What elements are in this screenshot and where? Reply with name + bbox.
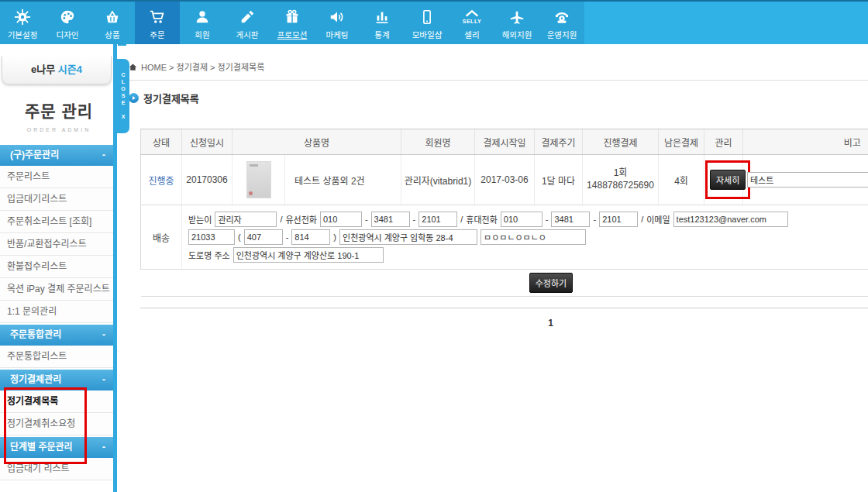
pagination-divider [140, 308, 868, 308]
subscription-table-wrap: 상태 신청일시 상품명 회원명 결제시작일 결제주기 진행결제 남은결제 관리 … [140, 129, 868, 297]
email-input[interactable] [673, 212, 788, 227]
col-product: 상품명 [232, 129, 401, 155]
nav-item-products[interactable]: 상품 [90, 2, 135, 46]
brand-panel: e나무 시즌4 [2, 56, 112, 84]
product-thumbnail [246, 161, 271, 198]
nav-item-selly[interactable]: SELLY 셀리 [450, 2, 494, 46]
zip-input[interactable] [188, 229, 235, 245]
shipping-details-cell: 받는이 / 유선전화 - - / 휴대전화 - - [182, 205, 868, 270]
progress-cell: 1회 1488786725690 [583, 155, 659, 205]
sidebar-section-order-integration[interactable]: 주문통합관리 - [0, 325, 113, 346]
sidebar-item-order-list[interactable]: 주문리스트 [0, 166, 113, 188]
mobile-input-1[interactable] [501, 212, 542, 227]
nav-label: 마케팅 [326, 29, 349, 40]
nav-item-basic-settings[interactable]: 기본설정 [0, 2, 45, 46]
address-input[interactable] [339, 229, 477, 245]
nav-item-promotion[interactable]: 프로모션 [270, 2, 315, 46]
separator: / [460, 215, 463, 224]
shipping-line-road-address: 도로명 주소 [188, 247, 868, 263]
landline-input-3[interactable] [418, 212, 457, 227]
receiver-input[interactable] [215, 212, 277, 227]
sidebar-item-auction-ipay-list[interactable]: 옥션 iPay 결제 주문리스트 [0, 278, 113, 301]
separator: - [286, 232, 289, 242]
page-title-row: 정기결제목록 [126, 91, 868, 105]
nav-item-overseas-support[interactable]: 해외지원 [494, 2, 539, 46]
nav-label: 기본설정 [8, 29, 38, 40]
landline-input-1[interactable] [320, 212, 362, 227]
col-manage: 관리 [704, 129, 743, 155]
col-note: 비고 [743, 129, 868, 155]
shipping-row-label: 배송 [141, 205, 182, 270]
mobile-label: 휴대전화 [466, 213, 497, 225]
col-start-date: 결제시작일 [475, 129, 535, 155]
email-label: 이메일 [646, 213, 670, 225]
nav-item-board[interactable]: 게시판 [225, 2, 270, 46]
section-header-label: 단계별 주문관리 [10, 437, 73, 458]
landline-input-2[interactable] [371, 212, 410, 227]
palette-icon [57, 8, 78, 26]
collapse-minus-icon[interactable]: - [102, 145, 105, 166]
mobile-input-2[interactable] [551, 212, 590, 227]
nav-item-members[interactable]: 회원 [180, 2, 225, 46]
road-address-input[interactable] [233, 247, 384, 263]
sidebar-section-subscription[interactable]: 정기결제관리 - [0, 370, 113, 391]
sidebar-item-order-cancel-list[interactable]: 주문취소리스트 [조회] [0, 211, 113, 233]
col-status: 상태 [141, 129, 182, 155]
sidebar-close-tab[interactable]: CLOSE X [117, 59, 129, 133]
nav-item-orders[interactable]: 주문 [135, 2, 180, 46]
sidebar-item-inquiry[interactable]: 1:1 문의관리 [0, 301, 113, 323]
nav-item-marketing[interactable]: 마케팅 [315, 2, 360, 46]
sidebar-section-old-order[interactable]: (구)주문관리 - [0, 145, 113, 166]
gift-icon [282, 8, 302, 26]
collapse-minus-icon[interactable]: - [102, 437, 105, 458]
nav-item-design[interactable]: 디자인 [45, 2, 90, 46]
separator: ( [238, 232, 241, 242]
separator: - [413, 215, 416, 224]
gear-icon [12, 8, 33, 26]
shipping-line-contact: 받는이 / 유선전화 - - / 휴대전화 - - [188, 212, 868, 227]
selly-caret-icon: SELLY [462, 8, 482, 26]
collapse-minus-icon[interactable]: - [102, 370, 105, 391]
breadcrumb-text: HOME > 정기결제 > 정기결제목록 [141, 60, 264, 73]
nav-item-mobile-shop[interactable]: 모바일샵 [405, 2, 450, 46]
sidebar-item-subscription-list[interactable]: 정기결제목록 [0, 391, 113, 413]
nav-label: 운영지원 [547, 29, 577, 40]
nav-item-operation-support[interactable]: 운영지원 [539, 2, 584, 46]
sidebar-item-subscription-cancel-request[interactable]: 정기결제취소요청 [0, 413, 113, 435]
nav-label: 셀리 [464, 29, 479, 40]
page-number-1[interactable]: 1 [548, 318, 553, 329]
action-row: 수정하기 [141, 270, 868, 297]
collapse-minus-icon[interactable]: - [102, 325, 105, 346]
nav-label: 프로모션 [277, 29, 308, 40]
module-title-block: 주문 관리 ORDER ADMIN [0, 84, 118, 143]
home-icon [129, 63, 137, 71]
mobile-input-3[interactable] [599, 212, 638, 227]
nav-item-statistics[interactable]: 통계 [360, 2, 405, 46]
zip3-input[interactable] [291, 229, 330, 245]
nav-label: 모바일샵 [412, 29, 443, 40]
top-nav: 기본설정 디자인 상품 주문 회원 게시판 프로모션 마케팅 통계 모바일샵 S… [0, 0, 868, 46]
address-extra-input[interactable] [480, 229, 586, 245]
sidebar-item-deposit-wait-list-2[interactable]: 입금대기 리스트 [0, 458, 113, 480]
basket-icon [102, 8, 122, 26]
status-link[interactable]: 진행중 [148, 176, 174, 187]
section-header-label: (구)주문관리 [10, 145, 59, 166]
road-address-label: 도로명 주소 [188, 249, 230, 261]
shipping-line-address: ( - ) [188, 229, 868, 245]
sidebar-item-deposit-wait-list[interactable]: 입금대기리스트 [0, 188, 113, 211]
module-subtitle: ORDER ADMIN [0, 127, 118, 132]
nav-label: 주문 [150, 29, 164, 40]
zip2-input[interactable] [244, 229, 283, 245]
note-input[interactable] [747, 172, 868, 188]
person-icon [192, 8, 212, 26]
modify-button[interactable]: 수정하기 [529, 273, 573, 293]
sidebar-item-return-exchange-list[interactable]: 반품/교환접수리스트 [0, 233, 113, 256]
detail-button[interactable]: 자세히 [710, 170, 746, 190]
sidebar-item-refund-list[interactable]: 환불접수리스트 [0, 256, 113, 278]
sidebar-section-step-order[interactable]: 단계별 주문관리 - [0, 437, 113, 458]
sidebar-item-order-integration-list[interactable]: 주문통합리스트 [0, 346, 113, 368]
sidebar: CLOSE X e나무 시즌4 주문 관리 ORDER ADMIN (구)주문관… [0, 44, 118, 492]
breadcrumb[interactable]: HOME > 정기결제 > 정기결제목록 [126, 60, 868, 81]
brand-season: 시즌4 [58, 64, 82, 75]
section-header-label: 주문통합관리 [10, 325, 61, 346]
